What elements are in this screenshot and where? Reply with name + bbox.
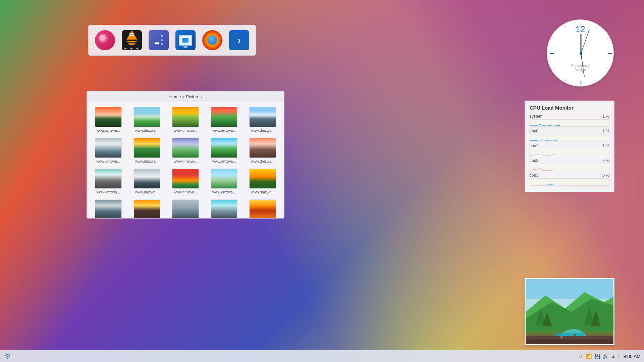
cpu-sparkline-system — [530, 120, 609, 127]
list-item[interactable]: www.dmzwa... — [206, 167, 242, 195]
system-tray: 🖥 📶 💾 🔊 ▲ — [579, 354, 616, 359]
thumbnail — [172, 138, 199, 158]
cpu-value-cpu0: 1 % — [602, 129, 609, 133]
list-item[interactable]: www.dmzwa... — [206, 106, 242, 134]
thumbnail — [249, 107, 276, 127]
list-item[interactable]: www.dmzwa... — [129, 198, 165, 218]
cpu-label-cpu3: cpu3 — [530, 173, 538, 178]
list-item[interactable]: www.dmzwa... — [206, 136, 242, 165]
clock-12: 12 — [576, 24, 585, 35]
svg-line-7 — [565, 79, 566, 82]
svg-line-4 — [606, 68, 610, 70]
file-label: www.dmzwa... — [174, 128, 197, 132]
file-label: www.dmzwa... — [174, 190, 197, 194]
forest-image-widget — [525, 278, 614, 345]
app-vlc-icon[interactable]: ⏮▶⏭ — [119, 28, 144, 53]
cpu-monitor-title: CPU Load Monitor — [530, 105, 609, 111]
desktop: ⏮▶⏭ — [0, 0, 644, 362]
list-item[interactable]: www.dmzwa... — [245, 198, 281, 218]
file-label: www.dmzwa... — [135, 190, 159, 194]
list-item[interactable]: www.dmzwa... — [129, 167, 165, 195]
cpu-bar-system — [530, 119, 609, 127]
cpu-sparkline-cpu3 — [530, 179, 609, 186]
cpu-bar-cpu1 — [530, 149, 609, 156]
list-item[interactable]: www.dmzwa... — [245, 106, 281, 134]
file-label: www.dmzwa... — [212, 159, 236, 163]
cpu-label-system: system — [530, 114, 542, 119]
file-label: www.dmzwa... — [251, 128, 274, 132]
network-tray-icon[interactable]: 📶 — [586, 354, 592, 359]
list-item[interactable]: www.dmzwa... — [129, 136, 165, 165]
cpu-sparkline-cpu1 — [530, 149, 609, 157]
arrow-tray-icon[interactable]: ▲ — [611, 354, 616, 359]
svg-line-5 — [596, 79, 597, 82]
file-label: www.dmzwa... — [212, 190, 236, 194]
thumbnail — [133, 138, 160, 158]
thumbnail — [211, 199, 237, 218]
tray-separator — [619, 353, 619, 359]
list-item[interactable]: www.dmzwa... — [129, 106, 165, 134]
app-more-icon[interactable]: › — [227, 28, 252, 53]
app-screenshot-icon[interactable] — [173, 28, 198, 53]
cpu-row-cpu2: cpu2 0 % — [530, 158, 609, 171]
quicklaunch-bar: ⏮▶⏭ — [88, 25, 256, 56]
cpu-bar-cpu2 — [530, 164, 609, 171]
cpu-value-system: 1 % — [602, 114, 609, 119]
thumbnail — [211, 138, 237, 158]
cpu-value-cpu3: 0 % — [602, 173, 609, 178]
cpu-label-cpu2: cpu2 — [530, 158, 538, 163]
forest-svg — [526, 279, 613, 344]
file-label: www.dmzwa... — [174, 159, 197, 163]
file-browser-window: Home > Pictures www.dmzwa... www.dmzwa..… — [87, 91, 284, 219]
cpu-value-cpu1: 1 % — [602, 143, 609, 148]
cpu-bar-cpu0 — [530, 134, 609, 141]
volume-tray-icon[interactable]: 🔊 — [603, 354, 608, 359]
cpu-row-system: system 1 % — [530, 114, 609, 127]
list-item[interactable]: www.dmzwa... — [167, 136, 203, 165]
thumbnail — [95, 107, 122, 127]
app-firefox-icon[interactable] — [200, 28, 225, 53]
taskbar-clock: 9:00 AM — [624, 354, 641, 359]
list-item[interactable]: www.dmzwa... — [90, 167, 126, 195]
taskbar: ⚙ 🖥 📶 💾 🔊 ▲ 9:00 AM — [0, 350, 644, 362]
cpu-value-cpu2: 0 % — [602, 158, 609, 163]
cpu-row-cpu0: cpu0 1 % — [530, 129, 609, 141]
cpu-row-cpu3: cpu3 0 % — [530, 173, 609, 186]
list-item[interactable]: www.dmzwa... — [167, 198, 203, 218]
svg-line-11 — [565, 25, 566, 28]
list-item[interactable]: www.dmzwa... — [90, 136, 126, 165]
list-item[interactable]: www.dmzwa... — [90, 106, 126, 134]
kde-logo-icon: ⚙ — [5, 352, 11, 360]
cpu-sparkline-cpu0 — [530, 134, 609, 142]
app-media-icon[interactable] — [93, 28, 117, 53]
list-item[interactable]: www.dmzwa... — [245, 167, 281, 195]
file-label: www.dmzwa... — [212, 128, 236, 132]
cpu-bar-cpu3 — [530, 178, 609, 186]
thumbnail — [133, 169, 160, 189]
thumbnail — [95, 169, 122, 189]
thumbnail — [249, 169, 276, 189]
list-item[interactable]: www.dmzwa... — [167, 106, 203, 134]
monitor-tray-icon[interactable]: 🖥 — [579, 354, 583, 359]
storage-tray-icon[interactable]: 💾 — [594, 354, 600, 359]
list-item[interactable]: www.dmzwa... — [245, 136, 281, 165]
file-browser-content[interactable]: www.dmzwa... www.dmzwa... www.dmzwa... w… — [87, 102, 284, 218]
file-label: www.dmzwa... — [251, 190, 274, 194]
kde-menu-button[interactable]: ⚙ — [3, 351, 13, 361]
svg-line-10 — [552, 37, 555, 39]
list-item[interactable]: www.dmzwa... — [90, 198, 126, 218]
file-label: www.dmzwa... — [135, 159, 159, 163]
list-item[interactable]: www.dmzwa... — [167, 167, 203, 195]
cpu-label-cpu0: cpu0 — [530, 129, 538, 133]
taskbar-left: ⚙ — [0, 351, 13, 361]
thumbnail — [172, 199, 199, 218]
svg-point-15 — [580, 52, 582, 55]
thumbnail — [95, 199, 122, 218]
breadcrumb: Home > Pictures — [169, 94, 202, 99]
thumbnail — [249, 199, 276, 218]
list-item[interactable]: www.dmzwa... — [206, 198, 242, 218]
svg-point-28 — [574, 334, 576, 337]
cpu-label-cpu1: cpu1 — [530, 143, 538, 148]
clock-face: 12 Community Design — [547, 19, 614, 86]
app-settings-icon[interactable] — [146, 28, 171, 53]
